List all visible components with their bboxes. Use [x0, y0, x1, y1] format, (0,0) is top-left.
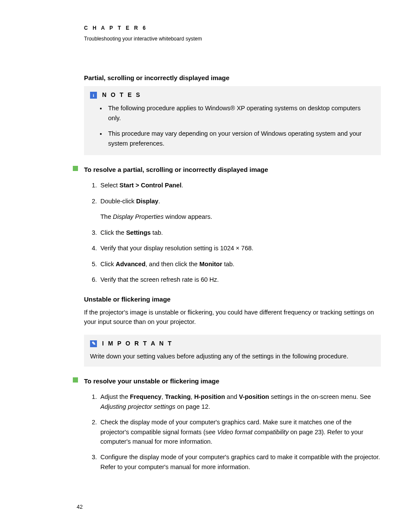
step-text: window appears.: [164, 213, 212, 220]
section-heading-partial-image: Partial, scrolling or incorrectly displa…: [84, 73, 381, 83]
step-text: The: [100, 213, 113, 220]
chapter-subtitle: Troubleshooting your interactive whitebo…: [84, 35, 381, 43]
step-text: Adjust the: [100, 393, 130, 400]
procedure-resolve-unstable-image: To resolve your unstable or flickering i…: [84, 376, 381, 472]
procedure-steps: Adjust the Frequency, Tracking, H-positi…: [84, 392, 381, 472]
step-bold: Frequency: [130, 393, 162, 400]
body-paragraph: If the projector's image is unstable or …: [84, 308, 381, 327]
notes-callout: i N O T E S The following procedure appl…: [84, 86, 381, 155]
step-text: , and then click the: [146, 261, 199, 268]
info-icon: i: [90, 92, 97, 99]
step-bold: H-position: [194, 393, 225, 400]
list-item: Adjust the Frequency, Tracking, H-positi…: [99, 392, 381, 411]
list-item: Click Advanced, and then click the Monit…: [99, 259, 381, 269]
callout-body: Write down your setting values before ad…: [90, 352, 375, 361]
step-text: .: [181, 182, 183, 189]
step-text: settings in the on-screen menu. See: [269, 393, 371, 400]
step-text: ,: [162, 393, 165, 400]
step-text: tab.: [151, 229, 163, 236]
list-item: The following procedure applies to Windo…: [106, 103, 375, 123]
step-text: on page 12.: [175, 403, 210, 410]
step-bold: Settings: [126, 229, 151, 236]
step-bold: Tracking: [165, 393, 191, 400]
callout-header: i N O T E S: [90, 90, 375, 100]
important-icon: ✎: [90, 340, 97, 347]
list-item: Check the display mode of your computer'…: [99, 417, 381, 446]
step-bold: Display: [136, 198, 159, 205]
page-number: 42: [77, 503, 83, 511]
document-page: C H A P T E R 6 Troubleshooting your int…: [0, 0, 411, 532]
procedure-resolve-partial-image: To resolve a partial, scrolling or incor…: [84, 165, 381, 285]
procedure-marker-icon: [73, 377, 78, 383]
step-text: Select: [100, 182, 119, 189]
list-item: Verify that the screen refresh rate is 6…: [99, 275, 381, 284]
step-text: Click the: [100, 229, 126, 236]
step-text: ,: [191, 393, 194, 400]
procedure-title: To resolve your unstable or flickering i…: [84, 376, 381, 386]
list-item: This procedure may vary depending on you…: [106, 129, 375, 148]
notes-list: The following procedure applies to Windo…: [90, 103, 375, 148]
chapter-label: C H A P T E R 6: [84, 24, 381, 32]
list-item: Verify that your display resolution sett…: [99, 243, 381, 253]
step-italic: Adjusting projector settings: [100, 403, 175, 410]
section-heading-unstable-image: Unstable or flickering image: [84, 294, 381, 304]
callout-title: N O T E S: [102, 90, 141, 100]
step-text: Click: [100, 261, 115, 268]
step-text: tab.: [222, 261, 234, 268]
list-item: Configure the display mode of your compu…: [99, 452, 381, 472]
step-text: and: [225, 393, 239, 400]
step-text: .: [159, 198, 160, 205]
list-item: Click the Settings tab.: [99, 228, 381, 237]
important-callout: ✎ I M P O R T A N T Write down your sett…: [84, 335, 381, 367]
callout-header: ✎ I M P O R T A N T: [90, 339, 375, 348]
step-subtext: The Display Properties window appears.: [100, 212, 381, 221]
step-italic: Video format compatibility: [217, 429, 289, 436]
step-bold: Start > Control Panel: [119, 182, 181, 189]
list-item: Select Start > Control Panel.: [99, 180, 381, 190]
procedure-marker-icon: [73, 166, 78, 171]
step-bold: Advanced: [115, 261, 145, 268]
step-italic: Display Properties: [113, 213, 164, 220]
callout-title: I M P O R T A N T: [102, 339, 173, 348]
step-bold: V-position: [239, 393, 269, 400]
step-text: Double-click: [100, 198, 136, 205]
procedure-title: To resolve a partial, scrolling or incor…: [84, 165, 381, 174]
list-item: Double-click Display. The Display Proper…: [99, 196, 381, 222]
procedure-steps: Select Start > Control Panel. Double-cli…: [84, 180, 381, 284]
step-bold: Monitor: [199, 261, 222, 268]
